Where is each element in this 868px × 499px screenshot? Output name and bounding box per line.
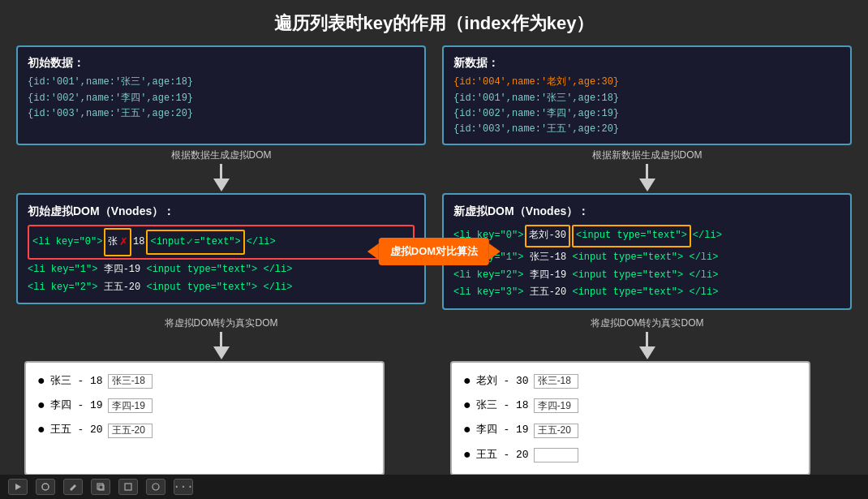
svg-rect-4	[125, 484, 131, 490]
right-dom-input-3[interactable]	[534, 448, 578, 462]
left-vdom-title: 初始虚拟DOM（Vnodes）：	[28, 201, 415, 222]
new-data-title: 新数据：	[453, 54, 840, 71]
initial-data-line-3: {id:'003',name:'王五',age:20}	[28, 106, 415, 122]
more-button[interactable]: ···	[174, 479, 193, 495]
right-arrow-label-2: 将虚拟DOM转为真实DOM	[591, 316, 704, 330]
right-dom-input-1[interactable]	[534, 398, 578, 413]
new-data-box: 新数据： {id:'004',name:'老刘',age:30} {id:'00…	[442, 45, 852, 145]
left-dom-input-1[interactable]	[108, 398, 153, 413]
circle-button[interactable]	[146, 479, 165, 495]
initial-data-title: 初始数据：	[28, 54, 415, 71]
new-data-line-2: {id:'001',name:'张三',age:18}	[453, 91, 840, 106]
play-button[interactable]	[8, 479, 28, 495]
initial-data-box: 初始数据： {id:'001',name:'张三',age:18} {id:'0…	[16, 45, 426, 145]
right-dom-row-0: ● 老刘 - 30	[463, 369, 797, 394]
diff-algorithm-label: 虚拟DOM对比算法	[379, 238, 489, 265]
right-vdom-box: 新虚拟DOM（Vnodes）： <li key="0"> 老刘-30 <inpu…	[442, 193, 852, 310]
initial-data-line-2: {id:'002',name:'李四',age:19}	[28, 91, 415, 106]
left-arrow-label-2: 将虚拟DOM转为真实DOM	[165, 316, 278, 330]
left-arrow-label-1: 根据数据生成虚拟DOM	[171, 148, 272, 162]
right-dom-row-2: ● 李四 - 19	[463, 418, 797, 442]
left-dom-row-1: ● 李四 - 19	[37, 394, 372, 418]
right-arrow-label-1: 根据新数据生成虚拟DOM	[592, 148, 703, 162]
right-dom-input-0[interactable]	[534, 374, 578, 389]
left-dom-row-2: ● 王五 - 20	[37, 418, 372, 442]
left-dom-input-2[interactable]	[108, 424, 153, 438]
checkbox-button[interactable]	[118, 479, 138, 495]
rewind-button[interactable]	[36, 479, 55, 495]
new-data-line-4: {id:'003',name:'王五',age:20}	[453, 122, 840, 137]
svg-point-5	[153, 484, 159, 490]
svg-point-1	[42, 484, 49, 490]
main-title: 遍历列表时key的作用（index作为key）	[0, 0, 868, 42]
right-vdom-title: 新虚拟DOM（Vnodes）：	[453, 201, 840, 222]
right-dom-row-1: ● 张三 - 18	[463, 394, 797, 418]
right-real-dom-box: ● 老刘 - 30 ● 张三 - 18 ● 李四 - 19 ● 王五 - 20	[450, 361, 810, 476]
new-data-line-1: {id:'004',name:'老刘',age:30}	[453, 75, 840, 90]
left-vdom-box: 初始虚拟DOM（Vnodes）： <li key="0"> 张 ✗ 18 <in…	[16, 193, 426, 304]
copy-button[interactable]	[91, 479, 110, 495]
svg-rect-2	[97, 484, 103, 489]
bottom-bar: ···	[0, 475, 868, 499]
edit-button[interactable]	[63, 479, 83, 495]
right-dom-input-2[interactable]	[534, 424, 578, 438]
right-dom-row-3: ● 王五 - 20	[463, 443, 797, 467]
left-dom-row-0: ● 张三 - 18	[37, 369, 372, 394]
left-real-dom-box: ● 张三 - 18 ● 李四 - 19 ● 王五 - 20	[24, 361, 385, 476]
svg-marker-0	[15, 484, 21, 490]
new-data-line-3: {id:'002',name:'李四',age:19}	[453, 106, 840, 122]
initial-data-line-1: {id:'001',name:'张三',age:18}	[28, 75, 415, 90]
left-dom-input-0[interactable]	[108, 374, 153, 389]
